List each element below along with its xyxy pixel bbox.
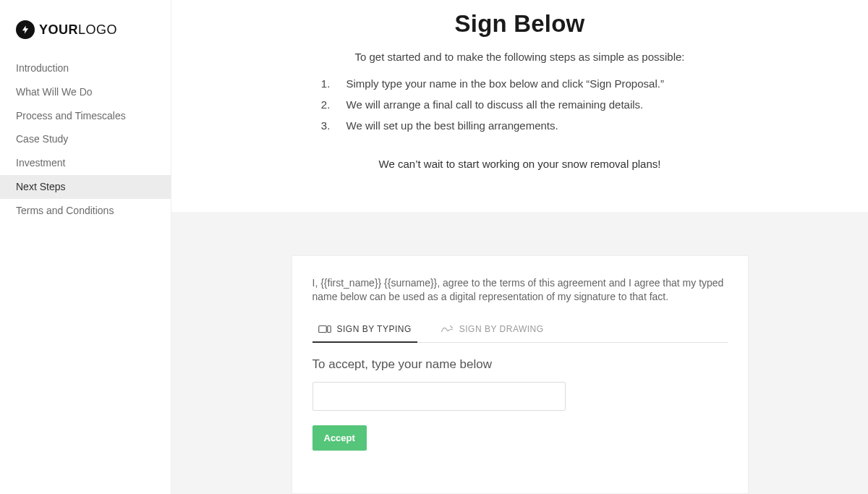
- step-item: Simply type your name in the box below a…: [333, 73, 723, 94]
- signature-section: I, {{first_name}} {{surname}}, agree to …: [171, 212, 868, 494]
- sidebar-item-process-and-timescales[interactable]: Process and Timescales: [0, 104, 171, 128]
- page-title: Sign Below: [215, 10, 825, 38]
- sidebar-item-case-study[interactable]: Case Study: [0, 127, 171, 151]
- agreement-text: I, {{first_name}} {{surname}}, agree to …: [312, 276, 728, 304]
- tab-label: SIGN BY DRAWING: [459, 324, 544, 334]
- logo-bolt-icon: [16, 20, 35, 39]
- signature-card: I, {{first_name}} {{surname}}, agree to …: [292, 255, 749, 494]
- sidebar-item-introduction[interactable]: Introduction: [0, 56, 171, 80]
- tab-sign-by-drawing[interactable]: SIGN BY DRAWING: [435, 318, 550, 342]
- accept-instruction: To accept, type your name below: [312, 357, 728, 372]
- sidebar-nav: Introduction What Will We Do Process and…: [0, 55, 171, 223]
- signature-name-input[interactable]: [312, 382, 566, 411]
- step-item: We will arrange a final call to discuss …: [333, 94, 723, 115]
- closing-text: We can’t wait to start working on your s…: [215, 158, 825, 170]
- sidebar: YOURLOGO Introduction What Will We Do Pr…: [0, 0, 171, 494]
- sidebar-item-next-steps[interactable]: Next Steps: [0, 175, 171, 199]
- sidebar-item-what-will-we-do[interactable]: What Will We Do: [0, 80, 171, 104]
- keyboard-icon: [318, 324, 331, 334]
- sidebar-item-investment[interactable]: Investment: [0, 151, 171, 175]
- logo-text-light: LOGO: [78, 22, 117, 38]
- tab-label: SIGN BY TYPING: [337, 324, 412, 334]
- logo-text-bold: YOUR: [39, 22, 78, 38]
- tab-sign-by-typing[interactable]: SIGN BY TYPING: [312, 318, 417, 343]
- svg-rect-1: [327, 325, 331, 332]
- logo: YOURLOGO: [0, 0, 171, 55]
- intro-text: To get started and to make the following…: [215, 51, 825, 63]
- signature-draw-icon: [441, 324, 454, 334]
- main-content: Sign Below To get started and to make th…: [171, 0, 868, 494]
- step-item: We will set up the best billing arrangem…: [333, 115, 723, 136]
- svg-rect-0: [318, 325, 326, 332]
- steps-list: Simply type your name in the box below a…: [318, 73, 723, 136]
- sidebar-item-terms-and-conditions[interactable]: Terms and Conditions: [0, 199, 171, 223]
- signature-tabs: SIGN BY TYPING SIGN BY DRAWING: [312, 318, 728, 343]
- instructions-section: Sign Below To get started and to make th…: [171, 0, 868, 212]
- accept-button[interactable]: Accept: [312, 425, 367, 451]
